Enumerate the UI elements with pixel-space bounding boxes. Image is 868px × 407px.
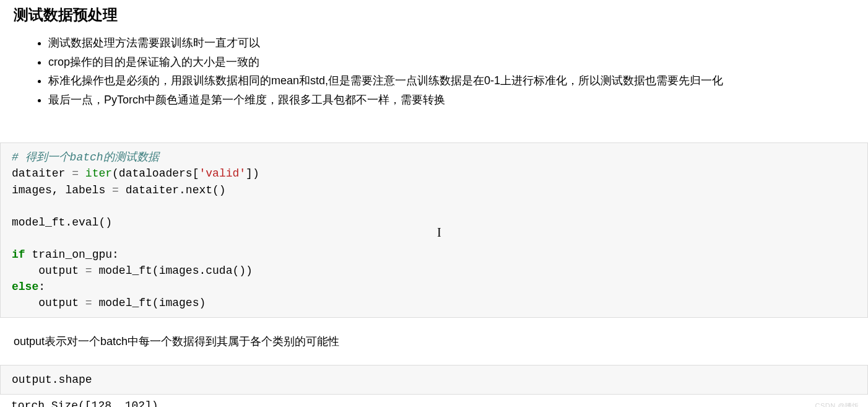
code-text: output — [12, 265, 85, 277]
code-text: ]) — [246, 167, 259, 180]
output-text: torch.Size([128, 102]) — [0, 395, 868, 407]
code-text: model_ft.eval() — [12, 216, 112, 229]
code-text: train_on_gpu: — [25, 248, 119, 261]
code-keyword: if — [12, 248, 25, 261]
list-item: 最后一点，PyTorch中颜色通道是第一个维度，跟很多工具包都不一样，需要转换 — [48, 90, 868, 110]
section-heading: 测试数据预处理 — [0, 0, 868, 33]
code-operator: = — [85, 297, 99, 309]
code-operator: = — [112, 184, 126, 196]
list-item: 测试数据处理方法需要跟训练时一直才可以 — [48, 33, 868, 53]
code-keyword: else — [12, 281, 38, 293]
code-cell-1[interactable]: # 得到一个batch的测试数据 dataiter = iter(dataloa… — [0, 142, 868, 318]
bullet-list: 测试数据处理方法需要跟训练时一直才可以 crop操作的目的是保证输入的大小是一致… — [0, 33, 868, 109]
code-text: model_ft(images) — [98, 297, 206, 309]
code-operator: = — [72, 167, 85, 180]
code-string: 'valid' — [199, 167, 246, 180]
markdown-text: output表示对一个batch中每一个数据得到其属于各个类别的可能性 — [0, 318, 868, 365]
code-text: model_ft(images.cuda()) — [98, 265, 252, 277]
list-item: 标准化操作也是必须的，用跟训练数据相同的mean和std,但是需要注意一点训练数… — [48, 71, 868, 90]
list-item: crop操作的目的是保证输入的大小是一致的 — [48, 53, 868, 72]
code-text: dataiter — [12, 167, 72, 180]
code-text: (dataloaders[ — [112, 167, 199, 180]
code-operator: = — [85, 265, 99, 277]
code-builtin: iter — [85, 167, 112, 180]
code-text: : — [38, 281, 45, 293]
code-text: output — [12, 297, 85, 309]
code-text: images, labels — [12, 184, 112, 196]
code-comment: # 得到一个batch的测试数据 — [12, 151, 159, 164]
code-cell-2[interactable]: output.shape — [0, 365, 868, 395]
code-text: output.shape — [12, 374, 92, 386]
watermark: CSDN @嗜饭 — [815, 401, 859, 407]
code-text: dataiter.next() — [126, 184, 226, 196]
